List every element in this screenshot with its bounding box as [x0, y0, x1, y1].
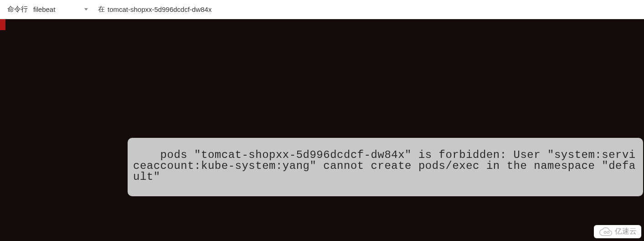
pod-name: tomcat-shopxx-5d996dcdcf-dw84x	[108, 5, 211, 13]
watermark-text: 亿速云	[615, 227, 637, 236]
chevron-down-icon	[84, 8, 88, 10]
header-bar: 命令行 filebeat 在 tomcat-shopxx-5d996dcdcf-…	[0, 0, 644, 19]
watermark-badge: 亿速云	[594, 225, 641, 238]
location-label: 在	[98, 5, 105, 14]
container-dropdown[interactable]: filebeat	[33, 5, 88, 13]
error-text: pods "tomcat-shopxx-5d996dcdcf-dw84x" is…	[133, 149, 636, 183]
terminal-pane[interactable]: pods "tomcat-shopxx-5d996dcdcf-dw84x" is…	[0, 19, 644, 241]
svg-point-0	[604, 231, 606, 234]
error-message-box: pods "tomcat-shopxx-5d996dcdcf-dw84x" is…	[128, 138, 643, 196]
svg-point-1	[607, 231, 609, 234]
cmdline-label: 命令行	[7, 5, 28, 14]
cursor-indicator	[0, 19, 5, 30]
dropdown-selected-value: filebeat	[33, 5, 55, 13]
cloud-icon	[598, 227, 613, 236]
